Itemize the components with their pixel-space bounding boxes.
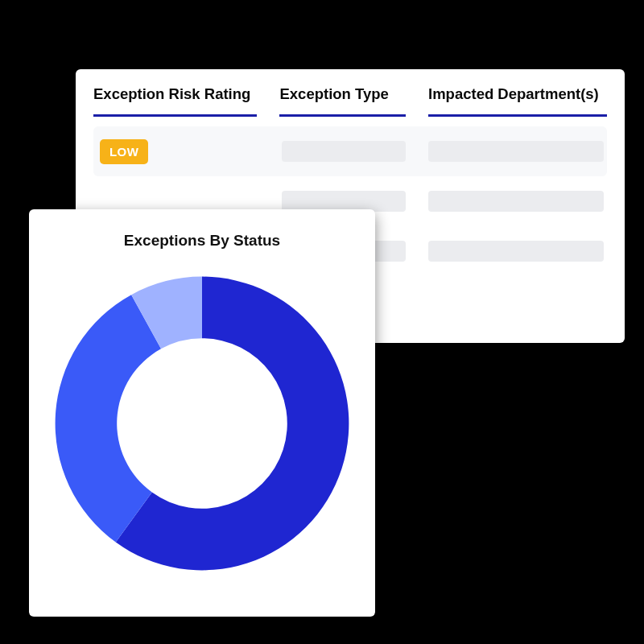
- donut-chart: [49, 270, 355, 576]
- cell-dept: [428, 191, 604, 212]
- chart-title: Exceptions By Status: [48, 232, 356, 250]
- cell-rating: LOW: [97, 139, 259, 164]
- table-header-row: Exception Risk Rating Exception Type Imp…: [93, 85, 607, 126]
- cell-dept: [428, 241, 604, 262]
- exceptions-chart-panel: Exceptions By Status: [29, 209, 375, 617]
- placeholder-bar: [428, 191, 604, 212]
- column-header-rating[interactable]: Exception Risk Rating: [93, 85, 257, 117]
- cell-type: [282, 141, 406, 162]
- risk-badge-low: LOW: [100, 139, 148, 164]
- placeholder-bar: [428, 241, 604, 262]
- column-header-dept[interactable]: Impacted Department(s): [428, 85, 607, 117]
- placeholder-bar: [428, 141, 604, 162]
- placeholder-bar: [282, 141, 406, 162]
- column-header-type[interactable]: Exception Type: [279, 85, 406, 117]
- cell-dept: [428, 141, 604, 162]
- table-row[interactable]: LOW: [93, 126, 607, 176]
